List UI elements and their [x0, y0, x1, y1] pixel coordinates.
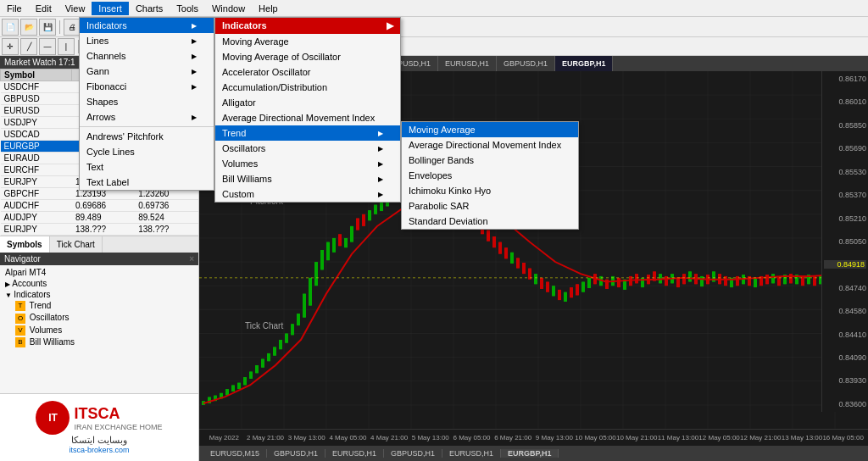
price-level: 0.85370 — [824, 191, 866, 199]
table-row[interactable]: AUDJPY 89.489 89.524 — [1, 212, 198, 224]
ind-mao[interactable]: Moving Average of Oscillator — [215, 49, 400, 64]
svg-rect-55 — [273, 347, 276, 355]
insert-dropdown: Indicators ▶ Lines ▶ Channels ▶ Gann ▶ F… — [79, 17, 214, 191]
ind-billwilliams[interactable]: Bill Williams ▶ — [215, 171, 400, 186]
svg-rect-65 — [303, 294, 306, 318]
ind-admi[interactable]: Average Directional Movement Index — [215, 110, 400, 125]
table-row[interactable]: EURJPY 138.??? 138.??? — [1, 224, 198, 236]
svg-rect-203 — [712, 271, 715, 281]
logo-url[interactable]: itsca-brokers.com — [69, 446, 129, 454]
menu-view[interactable]: View — [58, 2, 92, 15]
nav-oscillators[interactable]: O Oscillators — [2, 312, 197, 324]
svg-rect-79 — [344, 238, 348, 247]
price-level: 0.86170 — [824, 75, 866, 83]
tb-print[interactable]: 🖨 — [64, 19, 81, 36]
price-level: 0.84580 — [824, 307, 866, 315]
ind-oscillators[interactable]: Oscillators ▶ — [215, 141, 400, 156]
svg-rect-143 — [534, 274, 537, 284]
tab-symbols[interactable]: Symbols — [0, 236, 50, 253]
nav-alpari-label: Alpari MT4 — [5, 268, 46, 277]
status-tab-active[interactable]: EURGBP,H1 — [501, 449, 559, 458]
price-level: 0.84410 — [824, 330, 866, 339]
ind-trend[interactable]: Trend ▶ — [215, 125, 400, 141]
ind-acc-dist[interactable]: Accumulation/Distribution — [215, 80, 400, 95]
menu-pitchfork[interactable]: Andrews' Pitchfork — [80, 129, 214, 144]
menu-tools[interactable]: Tools — [170, 2, 205, 15]
menu-channels[interactable]: Channels ▶ — [80, 48, 214, 64]
tb2-crosshair[interactable]: ✛ — [2, 38, 19, 55]
trend-std-dev[interactable]: Standard Deviation — [402, 214, 578, 229]
status-tab-4[interactable]: EURUSD,H1 — [442, 449, 501, 458]
trend-moving-avg[interactable]: Moving Average — [402, 122, 578, 137]
tick-chart-label: Tick Chart — [245, 321, 283, 330]
menu-arrows[interactable]: Arrows ▶ — [80, 109, 214, 125]
menu-charts[interactable]: Charts — [129, 2, 170, 15]
arrow-icon: ▶ — [192, 53, 197, 60]
trend-ichimoku[interactable]: Ichimoku Kinko Hyo — [402, 183, 578, 198]
chart-tab-active[interactable]: EURGBP,H1 — [555, 56, 613, 71]
price-level: 0.85210 — [824, 214, 866, 223]
tb-new[interactable]: 📄 — [2, 19, 19, 36]
tb-sep1 — [59, 20, 60, 34]
menu-cycle-lines[interactable]: Cycle Lines — [80, 144, 214, 159]
menu-window[interactable]: Window — [205, 2, 252, 15]
tb2-vline[interactable]: | — [58, 38, 75, 55]
svg-rect-161 — [587, 278, 591, 288]
tb-save[interactable]: 💾 — [39, 19, 56, 36]
menu-text[interactable]: Text — [80, 159, 214, 175]
time-label: 11 May 13:00 — [658, 434, 699, 442]
table-row[interactable]: AUDCHF 0.69686 0.69736 — [1, 200, 198, 212]
tb2-hline[interactable]: — — [39, 38, 56, 55]
chart-tab-5[interactable]: GBPUSD,H1 — [497, 56, 555, 71]
menu-file[interactable]: File — [0, 2, 29, 15]
nav-indicators[interactable]: Indicators — [2, 289, 197, 300]
tb-open[interactable]: 📂 — [20, 19, 37, 36]
trend-admi[interactable]: Average Directional Movement Index — [402, 137, 578, 153]
svg-rect-177 — [635, 274, 638, 283]
menu-indicators[interactable]: Indicators ▶ — [80, 18, 214, 33]
menu-text-label[interactable]: Text Label — [80, 175, 214, 190]
ind-moving-avg[interactable]: Moving Average — [215, 34, 400, 49]
menu-fibonacci[interactable]: Fibonacci ▶ — [80, 79, 214, 94]
svg-rect-81 — [350, 226, 353, 242]
logo-brand: ITSCA — [74, 405, 162, 423]
menu-insert[interactable]: Insert — [92, 2, 129, 15]
time-label: 2 May 21:00 — [245, 434, 287, 442]
tb2-line[interactable]: ╱ — [20, 38, 37, 55]
svg-rect-223 — [771, 274, 775, 283]
menu-shapes[interactable]: Shapes — [80, 94, 214, 109]
status-tab-1[interactable]: GBPUSD,H1 — [267, 449, 326, 458]
status-tab-3[interactable]: GBPUSD,H1 — [384, 449, 442, 458]
menu-gann[interactable]: Gann ▶ — [80, 64, 214, 79]
menu-edit[interactable]: Edit — [29, 2, 58, 15]
nav-alpari[interactable]: Alpari MT4 — [2, 267, 197, 278]
nav-indicators-label: Indicators — [14, 290, 50, 299]
nav-trend[interactable]: T Trend — [2, 300, 197, 312]
trend-parabolic[interactable]: Parabolic SAR — [402, 198, 578, 214]
trend-envelopes[interactable]: Envelopes — [402, 168, 578, 183]
navigator-content: Alpari MT4 Accounts Indicators T Trend O… — [0, 265, 198, 389]
arrow-icon: ▶ — [378, 175, 383, 183]
menubar: File Edit View Insert Charts Tools Windo… — [0, 0, 868, 17]
svg-rect-77 — [338, 234, 342, 246]
svg-rect-87 — [368, 210, 371, 220]
ind-custom[interactable]: Custom ▶ — [215, 186, 400, 202]
ind-acc-osc[interactable]: Accelerator Oscillator — [215, 64, 400, 80]
ind-volumes[interactable]: Volumes ▶ — [215, 156, 400, 171]
menu-lines[interactable]: Lines ▶ — [80, 33, 214, 48]
ind-alligator[interactable]: Alligator — [215, 95, 400, 110]
status-tab-2[interactable]: EURUSD,H1 — [326, 449, 384, 458]
trend-arrow-icon: ▶ — [378, 130, 383, 137]
chart-tab-4[interactable]: EURUSD,H1 — [438, 56, 497, 71]
time-label: 13 May 13:00 — [782, 434, 823, 442]
navigator-close-icon[interactable]: × — [189, 254, 194, 264]
tab-tick-chart[interactable]: Tick Chart — [50, 236, 103, 253]
trend-bollinger[interactable]: Bollinger Bands — [402, 153, 578, 168]
nav-volumes[interactable]: V Volumes — [2, 325, 197, 336]
nav-billwilliams[interactable]: B Bill Williams — [2, 336, 197, 348]
nav-accounts[interactable]: Accounts — [2, 278, 197, 289]
menu-help[interactable]: Help — [252, 2, 285, 15]
time-label: 10 May 21:00 — [616, 434, 658, 442]
svg-rect-127 — [487, 230, 490, 242]
status-tab-0[interactable]: EURUSD,M15 — [203, 449, 267, 458]
